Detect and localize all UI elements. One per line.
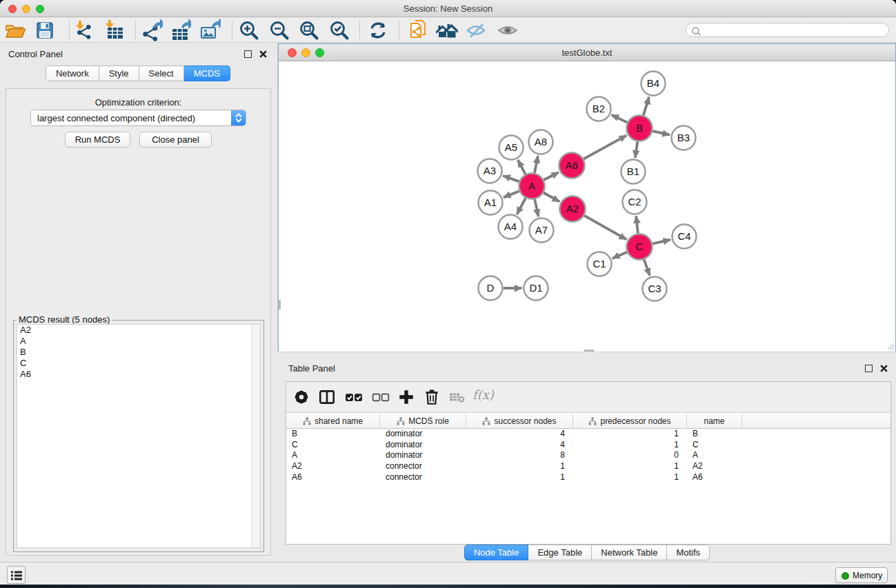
zoom-fit-icon[interactable] [298, 19, 320, 41]
edge-A-A7[interactable] [535, 199, 538, 216]
tab-network-table[interactable]: Network Table [592, 545, 667, 560]
node-B2[interactable]: B2 [587, 97, 611, 121]
memory-button[interactable]: Memory [835, 567, 888, 583]
tab-network[interactable]: Network [46, 65, 99, 81]
edge-A-A3[interactable] [503, 176, 519, 181]
resize-grip-icon[interactable] [885, 341, 895, 350]
table-cell[interactable]: 4 [466, 429, 573, 440]
table-cell[interactable]: dominator [380, 440, 466, 451]
edge-A-A8[interactable] [535, 156, 538, 173]
result-item[interactable]: A6 [17, 369, 260, 380]
node-B[interactable]: B [627, 116, 653, 141]
result-item[interactable]: A [17, 336, 260, 347]
node-C1[interactable]: C1 [588, 252, 612, 276]
node-A3[interactable]: A3 [478, 159, 502, 183]
edge-C-C2[interactable] [636, 216, 638, 233]
node-C4[interactable]: C4 [673, 225, 697, 249]
zoom-selected-icon[interactable] [328, 19, 350, 41]
table-cell[interactable]: A2 [687, 461, 742, 472]
node-A7[interactable]: A7 [530, 219, 554, 243]
plus-icon[interactable] [397, 388, 415, 406]
edge-C-C3[interactable] [644, 259, 650, 275]
table-cell[interactable]: 1 [573, 472, 687, 483]
edge-A6-B[interactable] [584, 135, 626, 159]
table-cell[interactable]: A6 [286, 472, 380, 483]
table-cell[interactable]: 1 [573, 429, 687, 440]
tab-select[interactable]: Select [139, 65, 184, 81]
tab-mcds[interactable]: MCDS [184, 65, 230, 81]
edge-A-A2[interactable] [544, 193, 559, 202]
node-C[interactable]: C [627, 234, 653, 260]
column-header-successor-nodes[interactable]: successor nodes [466, 414, 573, 428]
gear-icon[interactable] [292, 388, 310, 406]
criterion-dropdown[interactable]: largest connected component (directed) [30, 110, 246, 126]
edge-A-A1[interactable] [504, 191, 519, 197]
search-input[interactable] [703, 24, 882, 36]
checked-pair-icon[interactable] [345, 388, 363, 406]
column-header-MCDS-role[interactable]: MCDS role [380, 414, 466, 428]
import-table-icon[interactable] [103, 19, 126, 41]
result-scrollbar[interactable] [251, 325, 260, 547]
vertical-scroll-nub[interactable] [279, 300, 281, 310]
float-panel-icon[interactable] [244, 50, 252, 58]
trash-icon[interactable] [423, 388, 441, 406]
tab-style[interactable]: Style [99, 65, 139, 81]
dropdown-stepper[interactable] [231, 110, 246, 125]
edge-B-B2[interactable] [612, 115, 628, 123]
table-row[interactable]: A2connector11A2 [286, 461, 890, 472]
edge-C-C1[interactable] [613, 252, 627, 258]
node-B3[interactable]: B3 [672, 126, 696, 150]
table-cell[interactable]: B [286, 429, 380, 440]
table-cell[interactable]: 8 [466, 450, 573, 461]
refresh-icon[interactable] [367, 19, 389, 41]
table-cell[interactable]: 1 [573, 440, 687, 451]
table-cell[interactable]: C [687, 440, 742, 451]
show-details-eye-icon[interactable] [497, 19, 519, 41]
node-A6[interactable]: A6 [559, 153, 585, 179]
edge-A-A5[interactable] [518, 160, 526, 174]
network-canvas[interactable]: B4B2BB3A8A5A6A3B1AA1C2A2A4A7C4CC1DD1C3 [279, 62, 895, 352]
open-folder-icon[interactable] [4, 19, 26, 41]
delete-table-icon[interactable] [448, 388, 466, 406]
node-A4[interactable]: A4 [499, 215, 523, 239]
table-cell[interactable]: A [687, 450, 742, 461]
edge-B-B1[interactable] [635, 141, 637, 157]
table-cell[interactable]: A6 [687, 472, 742, 483]
export-network-icon[interactable] [141, 19, 163, 41]
table-float-panel-icon[interactable] [865, 365, 873, 372]
edge-A2-C[interactable] [584, 216, 626, 240]
table-cell[interactable]: 1 [466, 472, 573, 483]
table-cell[interactable]: connector [380, 461, 466, 472]
edge-C-C4[interactable] [653, 240, 670, 244]
edge-A-A6[interactable] [544, 172, 559, 180]
tab-node-table[interactable]: Node Table [464, 545, 529, 560]
column-header-predecessor-nodes[interactable]: predecessor nodes [573, 414, 687, 428]
hide-details-eye-slash-icon[interactable] [465, 19, 487, 41]
export-table-icon[interactable] [169, 19, 191, 41]
node-D1[interactable]: D1 [524, 276, 548, 301]
edge-B-B4[interactable] [644, 97, 649, 116]
table-row[interactable]: A6connector11A6 [286, 472, 890, 483]
close-panel-icon[interactable] [259, 50, 268, 59]
table-row[interactable]: Bdominator41B [286, 429, 890, 440]
search-box[interactable] [686, 23, 889, 37]
columns-icon[interactable] [318, 388, 336, 406]
node-D[interactable]: D [479, 276, 503, 301]
table-cell[interactable]: 4 [466, 440, 573, 451]
table-cell[interactable]: connector [380, 472, 466, 483]
table-close-panel-icon[interactable] [879, 364, 888, 373]
import-network-icon[interactable] [72, 19, 94, 41]
export-image-icon[interactable] [199, 19, 221, 41]
column-header-name[interactable]: name [687, 414, 742, 428]
home-icon[interactable] [436, 19, 458, 41]
table-cell[interactable]: dominator [380, 450, 466, 461]
new-network-from-selection-icon[interactable] [407, 19, 429, 41]
mcds-result-list[interactable]: A2ABCA6 [17, 324, 261, 548]
node-A8[interactable]: A8 [529, 130, 553, 154]
zoom-in-icon[interactable] [238, 19, 260, 41]
save-icon[interactable] [34, 19, 56, 41]
node-C2[interactable]: C2 [623, 190, 647, 214]
network-window-titlebar[interactable]: testGlobe.txt [279, 44, 895, 61]
result-item[interactable]: A2 [17, 325, 260, 336]
table-cell[interactable]: C [286, 440, 380, 451]
